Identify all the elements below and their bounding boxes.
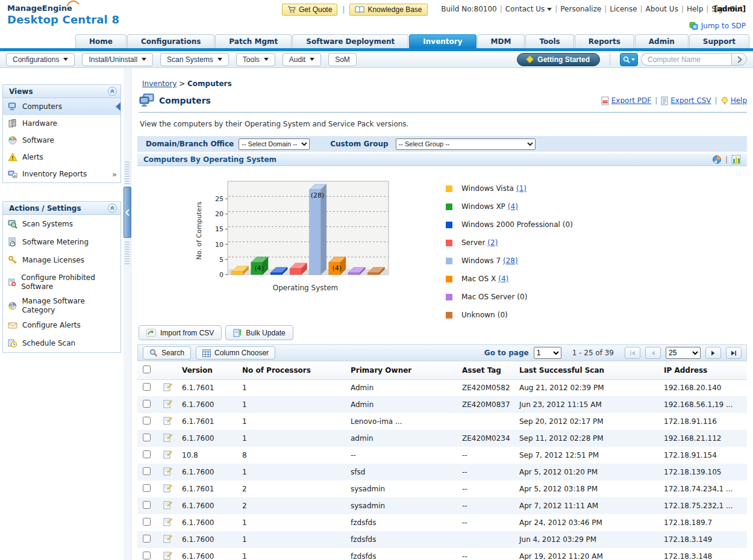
first-page-button[interactable]	[625, 347, 640, 359]
jump-to-sdp-link[interactable]: Jump to SDP	[689, 22, 746, 30]
table-row[interactable]: 10.8 8 -- -- Sep 7, 2012 12:51 PM 172.18…	[137, 447, 747, 464]
collapse-panel-icon[interactable]	[108, 204, 117, 213]
table-row[interactable]: 6.1.7600 1 Admin ZE420M0837 Jun 23, 2012…	[137, 396, 747, 413]
table-row[interactable]: 6.1.7600 1 fzdsfds -- Apr 24, 2012 03:46…	[137, 514, 747, 531]
sidebar-item-software[interactable]: Software	[3, 132, 120, 149]
table-row[interactable]: 6.1.7600 2 sysadmin -- Apr 7, 2012 11:11…	[137, 497, 747, 514]
next-page-button[interactable]	[705, 347, 721, 359]
top-link[interactable]: Personalize	[556, 5, 605, 13]
sidebar-item-inventory-reports[interactable]: Inventory Reports »	[3, 166, 120, 182]
row-checkbox[interactable]	[143, 400, 151, 408]
tab-home[interactable]: Home	[75, 34, 127, 48]
action-software-metering[interactable]: Software Metering	[3, 233, 120, 251]
export-pdf-link[interactable]: PDF Export PDF	[601, 96, 651, 105]
edit-icon[interactable]	[163, 551, 172, 560]
search-scope-button[interactable]	[620, 53, 638, 66]
row-checkbox[interactable]	[143, 417, 151, 425]
export-csv-link[interactable]: Export CSV	[661, 96, 711, 105]
table-row[interactable]: 6.1.7600 1 admin ZE420M0234 Sep 11, 2012…	[137, 430, 747, 447]
table-row[interactable]: 6.1.7600 1 fzdsfds Jun 4, 2012 03:29 PM …	[137, 531, 747, 548]
edit-icon[interactable]	[163, 382, 172, 393]
search-button[interactable]: Search	[143, 346, 191, 359]
edit-icon[interactable]	[163, 399, 172, 410]
edit-icon[interactable]	[163, 467, 172, 478]
top-link[interactable]: Contact Us	[501, 5, 557, 13]
tab-mdm[interactable]: MDM	[477, 34, 525, 48]
breadcrumb-inventory-link[interactable]: Inventory	[142, 79, 177, 88]
table-row[interactable]: 6.1.7601 1 Admin ZE420M0582 Aug 21, 2012…	[137, 379, 747, 396]
row-checkbox[interactable]	[143, 467, 151, 475]
action-configure-alerts[interactable]: Configure Alerts	[3, 316, 120, 334]
edit-icon[interactable]	[163, 416, 172, 427]
edit-icon[interactable]	[163, 517, 172, 528]
collapse-panel-icon[interactable]	[108, 87, 117, 96]
top-link[interactable]: License	[605, 5, 641, 13]
table-row[interactable]: 6.1.7601 2 sysadmin -- Apr 5, 2012 03:18…	[137, 481, 747, 497]
tab-support[interactable]: Support	[689, 34, 749, 48]
tab-inventory[interactable]: Inventory	[409, 34, 476, 48]
row-checkbox[interactable]	[143, 484, 151, 492]
help-link[interactable]: Help	[721, 96, 747, 105]
audit-menu-button[interactable]: Audit	[283, 53, 321, 66]
bulk-update-button[interactable]: Bulk Update	[225, 325, 293, 340]
tab-patch-mgmt[interactable]: Patch Mgmt	[215, 34, 292, 48]
action-configure-prohibited-software[interactable]: Configure Prohibited Software	[3, 269, 120, 296]
tab-admin[interactable]: Admin	[635, 34, 689, 48]
tab-tools[interactable]: Tools	[525, 34, 573, 48]
previous-page-button[interactable]	[645, 347, 661, 359]
row-checkbox[interactable]	[143, 434, 151, 441]
install-uninstall-menu-button[interactable]: Install/Uninstall	[82, 53, 153, 66]
sidebar-splitter[interactable]	[123, 68, 131, 560]
tab-software-deployment[interactable]: Software Deployment	[292, 34, 408, 48]
top-link[interactable]: Build No:80100	[437, 5, 501, 13]
column-header-ip[interactable]: IP Address	[661, 361, 747, 379]
column-header-last-scan[interactable]: Last Successful Scan	[517, 361, 661, 379]
last-page-button[interactable]	[726, 347, 742, 359]
edit-icon[interactable]	[163, 534, 172, 545]
row-checkbox[interactable]	[143, 383, 151, 391]
top-link[interactable]: Help	[683, 5, 707, 13]
page-size-select[interactable]: 25	[666, 347, 701, 359]
import-from-csv-button[interactable]: Import from CSV	[139, 325, 222, 340]
expand-submenu-icon[interactable]: »	[112, 170, 117, 179]
action-manage-software-category[interactable]: Manage Software Category	[3, 296, 120, 316]
edit-icon[interactable]	[163, 500, 172, 511]
action-manage-licenses[interactable]: Manage Licenses	[3, 251, 120, 269]
sidebar-item-computers[interactable]: Computers	[3, 98, 120, 115]
row-checkbox[interactable]	[143, 501, 151, 509]
tab-reports[interactable]: Reports	[575, 34, 634, 48]
som-button[interactable]: SoM	[328, 53, 357, 66]
top-link[interactable]: About Us	[642, 5, 683, 13]
row-checkbox[interactable]	[143, 450, 151, 458]
column-header-version[interactable]: Version	[180, 361, 240, 379]
getting-started-button[interactable]: Getting Started	[517, 53, 600, 66]
column-header-primary-owner[interactable]: Primary Owner	[348, 361, 460, 379]
tools-menu-button[interactable]: Tools	[236, 53, 275, 66]
configurations-menu-button[interactable]: Configurations	[6, 53, 75, 66]
action-schedule-scan[interactable]: Schedule Scan	[3, 334, 120, 352]
edit-icon[interactable]	[163, 433, 172, 444]
bar-chart-icon[interactable]	[731, 155, 741, 164]
pie-chart-icon[interactable]	[712, 155, 722, 164]
search-go-button[interactable]	[731, 53, 747, 66]
collapse-sidebar-handle[interactable]	[123, 187, 131, 238]
row-checkbox[interactable]	[143, 518, 151, 526]
sidebar-item-hardware[interactable]: Hardware	[3, 115, 120, 132]
select-all-checkbox[interactable]	[143, 366, 151, 373]
custom-group-select[interactable]: -- Select Group --	[396, 138, 536, 150]
column-chooser-button[interactable]: Column Chooser	[196, 346, 275, 359]
edit-icon[interactable]	[163, 484, 172, 494]
table-row[interactable]: 6.1.7600 1 fzdsfds -- Apr 19, 2012 11:20…	[137, 548, 747, 560]
knowledge-base-button[interactable]: Knowledge Base	[349, 4, 427, 16]
table-row[interactable]: 6.1.7600 1 sfsd -- Apr 5, 2012 01:20 PM …	[137, 464, 747, 481]
table-row[interactable]: 6.1.7601 1 Lenovo-ima ... Sep 20, 2012 0…	[137, 413, 747, 430]
page-number-select[interactable]: 1	[534, 347, 561, 359]
sidebar-item-alerts[interactable]: Alerts	[3, 149, 120, 166]
column-header-asset-tag[interactable]: Asset Tag	[460, 361, 517, 379]
scan-systems-menu-button[interactable]: Scan Systems	[160, 53, 229, 66]
domain-select[interactable]: -- Select Domain --	[239, 138, 310, 150]
edit-icon[interactable]	[163, 450, 172, 461]
row-checkbox[interactable]	[143, 552, 151, 559]
search-input[interactable]	[641, 53, 731, 66]
row-checkbox[interactable]	[143, 535, 151, 543]
